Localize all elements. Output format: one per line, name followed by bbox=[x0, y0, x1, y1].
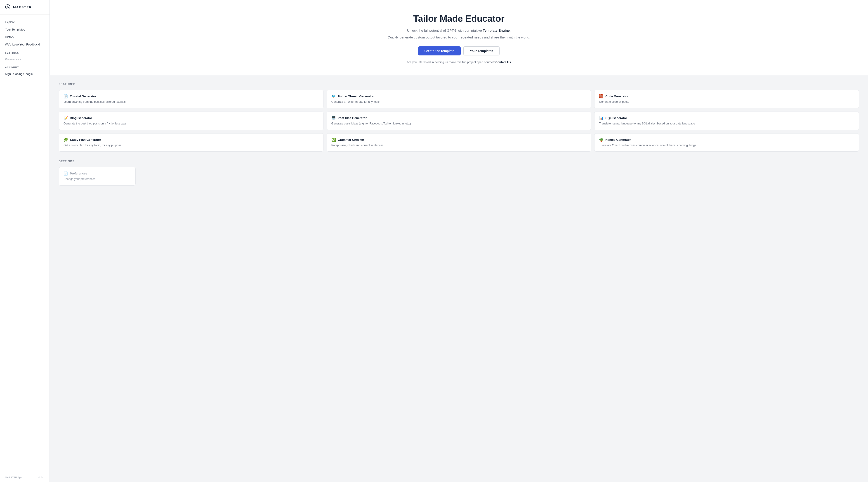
grammar-desc: Paraphrase, check and correct sentences bbox=[331, 143, 587, 147]
settings-main-section-label: SETTINGS bbox=[59, 160, 859, 163]
preferences-title-text: Preferences bbox=[70, 172, 87, 175]
card-title-sql: 📊 SQL Generator bbox=[599, 116, 854, 120]
hero-title: Tailor Made Educator bbox=[54, 13, 864, 24]
code-icon: 🧱 bbox=[599, 94, 603, 98]
maester-logo-icon bbox=[4, 4, 11, 10]
sidebar-nav: Explore Your Templates History We'd Love… bbox=[0, 15, 50, 473]
code-desc: Generate code snippets bbox=[599, 100, 854, 104]
card-code-generator[interactable]: 🧱 Code Generator Generate code snippets bbox=[594, 90, 859, 108]
tutorial-icon: 📄 bbox=[64, 94, 68, 98]
card-title-twitter: 🐦 Twitter Thread Generator bbox=[331, 94, 587, 98]
settings-preferences-card[interactable]: 📄 Preferences Change your preferences bbox=[59, 167, 135, 186]
card-title-code: 🧱 Code Generator bbox=[599, 94, 854, 98]
card-sql-generator[interactable]: 📊 SQL Generator Translate natural langua… bbox=[594, 112, 859, 130]
study-plan-icon: 🌿 bbox=[64, 138, 68, 142]
card-title-names: 🪴 Names Generator bbox=[599, 138, 854, 142]
featured-section-label: FEATURED bbox=[59, 83, 859, 86]
account-section-label: ACCOUNT bbox=[0, 63, 50, 70]
sidebar-item-history[interactable]: History bbox=[0, 33, 50, 41]
sidebar-footer-version: v1.0.1 bbox=[38, 476, 44, 479]
twitter-title: Twitter Thread Generator bbox=[338, 94, 374, 98]
settings-preferences-title: 📄 Preferences bbox=[64, 171, 131, 176]
hero-subtitle-bold: Template Engine bbox=[483, 29, 510, 32]
card-title-study-plan: 🌿 Study Plan Generator bbox=[64, 138, 319, 142]
sidebar: MAESTER Explore Your Templates History W… bbox=[0, 0, 50, 482]
study-plan-desc: Get a study plan for any topic, for any … bbox=[64, 143, 319, 147]
contact-us-link[interactable]: Contact Us bbox=[495, 60, 511, 64]
post-idea-desc: Generate posts ideas (e.g. for Facebook,… bbox=[331, 121, 587, 126]
featured-card-grid: 📄 Tutorial Generator Learn anything from… bbox=[59, 90, 859, 151]
card-study-plan-generator[interactable]: 🌿 Study Plan Generator Get a study plan … bbox=[59, 133, 323, 152]
hero-subtitle-text1: Unlock the full potential of GPT-3 with … bbox=[407, 29, 483, 32]
hero-subtitle-line1: Unlock the full potential of GPT-3 with … bbox=[54, 28, 864, 33]
sql-icon: 📊 bbox=[599, 116, 603, 120]
post-idea-title: Post Idea Generator bbox=[338, 116, 367, 120]
tutorial-desc: Learn anything from the best self-tailor… bbox=[64, 100, 319, 104]
sql-title: SQL Generator bbox=[605, 116, 627, 120]
hero-contact-text: Are you interested in helping us make th… bbox=[407, 60, 495, 64]
names-title: Names Generator bbox=[605, 138, 631, 141]
sidebar-item-sign-in-google[interactable]: Sign In Using Google bbox=[0, 70, 50, 78]
tutorial-title: Tutorial Generator bbox=[70, 94, 96, 98]
grammar-icon: ✅ bbox=[331, 138, 336, 142]
create-first-template-button[interactable]: Create 1st Template bbox=[418, 47, 461, 55]
sidebar-footer-app: MAESTER App bbox=[5, 476, 22, 479]
preferences-icon: 📄 bbox=[64, 171, 68, 176]
blog-title: Blog Generator bbox=[70, 116, 92, 120]
card-title-blog: 📝 Blog Generator bbox=[64, 116, 319, 120]
card-grammar-checker[interactable]: ✅ Grammar Checker Paraphrase, check and … bbox=[327, 133, 591, 152]
hero-contact: Are you interested in helping us make th… bbox=[54, 60, 864, 64]
card-names-generator[interactable]: 🪴 Names Generator There are 2 hard probl… bbox=[594, 133, 859, 152]
grammar-title: Grammar Checker bbox=[338, 138, 364, 141]
card-title-post-idea: 🖥️ Post Idea Generator bbox=[331, 116, 587, 120]
content-area: FEATURED 📄 Tutorial Generator Learn anyt… bbox=[50, 75, 868, 193]
blog-icon: 📝 bbox=[64, 116, 68, 120]
card-blog-generator[interactable]: 📝 Blog Generator Generate the best blog … bbox=[59, 112, 323, 130]
card-twitter-thread-generator[interactable]: 🐦 Twitter Thread Generator Generate a Tw… bbox=[327, 90, 591, 108]
sql-desc: Translate natural language to any SQL di… bbox=[599, 121, 854, 126]
sidebar-logo-text: MAESTER bbox=[13, 5, 32, 9]
post-idea-icon: 🖥️ bbox=[331, 116, 336, 120]
sidebar-item-feedback[interactable]: We'd Love Your Feedback! bbox=[0, 41, 50, 48]
main-content: Tailor Made Educator Unlock the full pot… bbox=[50, 0, 868, 482]
hero-section: Tailor Made Educator Unlock the full pot… bbox=[50, 0, 868, 75]
card-tutorial-generator[interactable]: 📄 Tutorial Generator Learn anything from… bbox=[59, 90, 323, 108]
blog-desc: Generate the best blog posts on a fricti… bbox=[64, 121, 319, 126]
card-title-grammar: ✅ Grammar Checker bbox=[331, 138, 587, 142]
sidebar-footer: MAESTER App v1.0.1 bbox=[0, 473, 50, 482]
sidebar-item-explore[interactable]: Explore bbox=[0, 18, 50, 26]
twitter-desc: Generate a Twitter thread for any topic bbox=[331, 100, 587, 104]
your-templates-button[interactable]: Your Templates bbox=[463, 47, 500, 55]
hero-buttons: Create 1st Template Your Templates bbox=[54, 47, 864, 55]
sidebar-item-preferences[interactable]: Preferences bbox=[0, 55, 50, 63]
code-title: Code Generator bbox=[605, 94, 628, 98]
card-post-idea-generator[interactable]: 🖥️ Post Idea Generator Generate posts id… bbox=[327, 112, 591, 130]
names-desc: There are 2 hard problems in computer sc… bbox=[599, 143, 854, 147]
sidebar-logo: MAESTER bbox=[0, 0, 50, 15]
sidebar-item-your-templates[interactable]: Your Templates bbox=[0, 26, 50, 33]
preferences-desc: Change your preferences bbox=[64, 177, 131, 181]
card-title-tutorial: 📄 Tutorial Generator bbox=[64, 94, 319, 98]
study-plan-title: Study Plan Generator bbox=[70, 138, 101, 141]
names-icon: 🪴 bbox=[599, 138, 603, 142]
settings-section-label: SETTINGS bbox=[0, 48, 50, 55]
hero-subtitle-text1-end: . bbox=[510, 29, 510, 32]
hero-subtitle-line2: Quickly generate custom output tailored … bbox=[54, 35, 864, 40]
twitter-icon: 🐦 bbox=[331, 94, 336, 98]
